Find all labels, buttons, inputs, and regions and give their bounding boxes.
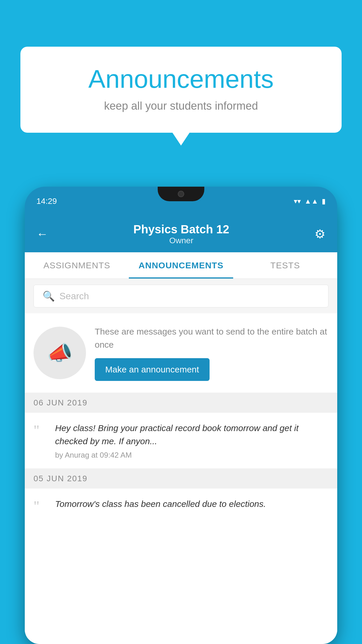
settings-icon[interactable]: ⚙ <box>314 227 326 241</box>
header-title-group: Physics Batch 12 Owner <box>48 223 314 245</box>
phone: 14:29 ▾▾ ▲▲ ▮ ← Physics Batch 12 Owner ⚙… <box>25 187 337 644</box>
quote-icon-0: " <box>34 421 48 436</box>
status-time: 14:29 <box>36 197 57 206</box>
speech-bubble-container: Announcements keep all your students inf… <box>20 47 342 133</box>
announcement-text-1: Tomorrow's class has been cancelled due … <box>55 497 266 513</box>
phone-camera <box>178 191 184 197</box>
announcement-item-0: " Hey class! Bring your practical record… <box>25 413 337 469</box>
speech-bubble: Announcements keep all your students inf… <box>20 47 342 133</box>
announcement-message-0: Hey class! Bring your practical record b… <box>55 421 328 448</box>
phone-content: 🔍 Search 📣 These are messages you want t… <box>25 279 337 638</box>
header-owner: Owner <box>48 236 314 245</box>
wifi-icon: ▾▾ <box>294 197 301 205</box>
search-bar[interactable]: 🔍 Search <box>34 285 328 307</box>
announcement-item-1: " Tomorrow's class has been cancelled du… <box>25 489 337 522</box>
app-header: ← Physics Batch 12 Owner ⚙ <box>25 216 337 252</box>
announcement-meta-0: by Anurag at 09:42 AM <box>55 451 328 460</box>
tab-announcements[interactable]: ANNOUNCEMENTS <box>129 252 233 279</box>
date-header-0: 06 JUN 2019 <box>25 393 337 413</box>
header-batch-name: Physics Batch 12 <box>48 223 314 236</box>
promo-icon-circle: 📣 <box>34 327 86 379</box>
tab-assignments[interactable]: ASSIGNMENTS <box>25 252 129 279</box>
tabs-container: ASSIGNMENTS ANNOUNCEMENTS TESTS <box>25 252 337 279</box>
promo-text-section: These are messages you want to send to t… <box>95 325 328 381</box>
bubble-subtitle: keep all your students informed <box>44 100 318 112</box>
megaphone-icon: 📣 <box>47 341 73 365</box>
signal-icon: ▲▲ <box>304 197 318 205</box>
status-bar: 14:29 ▾▾ ▲▲ ▮ <box>25 187 337 216</box>
bubble-title: Announcements <box>44 64 318 94</box>
date-header-1: 05 JUN 2019 <box>25 469 337 489</box>
search-placeholder: Search <box>59 291 89 302</box>
search-container: 🔍 Search <box>25 279 337 313</box>
back-button[interactable]: ← <box>36 228 48 241</box>
search-icon: 🔍 <box>43 290 55 302</box>
tab-tests[interactable]: TESTS <box>233 252 337 279</box>
make-announcement-button[interactable]: Make an announcement <box>95 358 210 381</box>
battery-icon: ▮ <box>322 197 326 205</box>
promo-card: 📣 These are messages you want to send to… <box>25 313 337 393</box>
promo-description: These are messages you want to send to t… <box>95 325 328 351</box>
announcement-message-1: Tomorrow's class has been cancelled due … <box>55 497 266 510</box>
phone-screen: ← Physics Batch 12 Owner ⚙ ASSIGNMENTS A… <box>25 216 337 644</box>
phone-notch <box>158 187 204 201</box>
status-icons: ▾▾ ▲▲ ▮ <box>294 197 326 205</box>
announcement-text-0: Hey class! Bring your practical record b… <box>55 421 328 460</box>
quote-icon-1: " <box>34 497 48 512</box>
